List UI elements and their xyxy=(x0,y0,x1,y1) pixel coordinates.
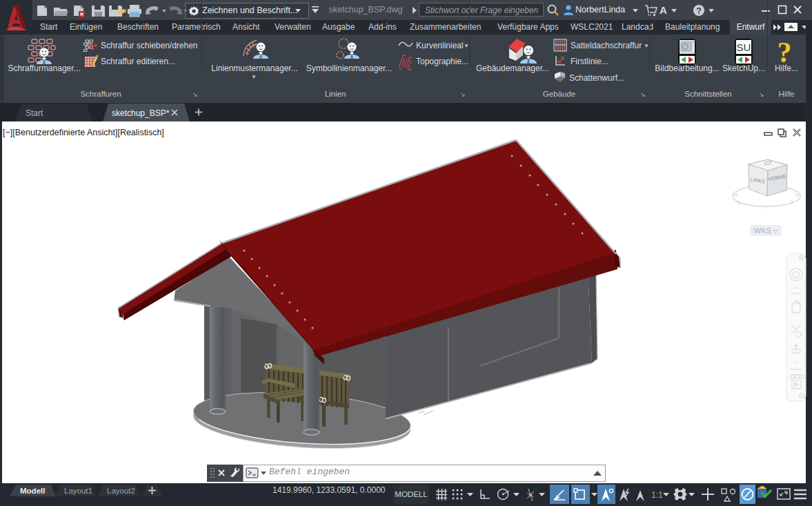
svg-text:MODELL: MODELL xyxy=(395,490,428,498)
svg-text:sketchup_BSP*: sketchup_BSP* xyxy=(112,108,170,118)
svg-text:1:1: 1:1 xyxy=(651,490,663,500)
svg-text:S: S xyxy=(737,200,740,205)
svg-text:Layout2: Layout2 xyxy=(107,487,135,495)
svg-text:?: ? xyxy=(778,37,792,68)
svg-text:SU: SU xyxy=(737,41,751,53)
svg-text:Start: Start xyxy=(26,108,43,118)
svg-text:O: O xyxy=(789,200,793,204)
svg-text:Layout1: Layout1 xyxy=(64,487,92,495)
svg-text:Modell: Modell xyxy=(20,487,45,495)
